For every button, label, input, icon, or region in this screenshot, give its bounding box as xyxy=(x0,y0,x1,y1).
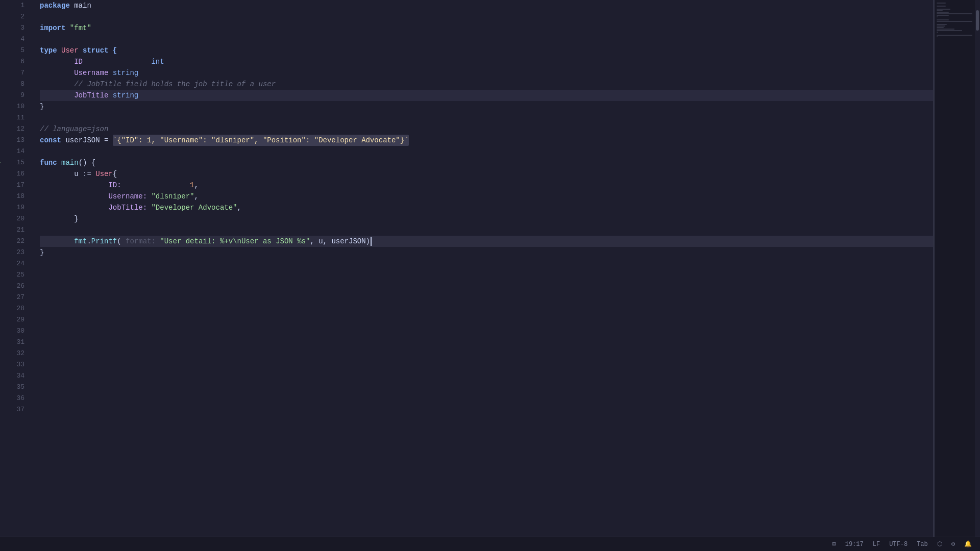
code-line-24 xyxy=(40,258,933,269)
line-number-34: 34 xyxy=(4,370,24,382)
code-line-36 xyxy=(40,393,933,404)
line-number-25: 25 xyxy=(4,269,24,281)
token: . xyxy=(87,236,91,247)
code-line-23: } xyxy=(40,247,933,258)
line-number-7: 7 xyxy=(4,67,24,79)
token: := xyxy=(79,168,96,180)
line-number-6: 6 xyxy=(4,56,24,67)
token: ID: xyxy=(108,180,121,191)
fold-indicator-16[interactable]: ⌄ xyxy=(30,170,31,178)
token xyxy=(40,168,74,180)
line-number-24: 24 xyxy=(4,258,24,269)
minimap-content xyxy=(935,0,975,61)
token: } xyxy=(40,101,44,112)
token: , u, xyxy=(310,236,331,247)
line-number-1: 1 xyxy=(4,0,24,11)
code-line-22: fmt.Printf( format: "User detail: %+v\nU… xyxy=(40,236,933,247)
scrollbar-thumb[interactable] xyxy=(976,10,979,31)
editor-area: 1234567891011121314▶15161718192021222324… xyxy=(0,0,980,537)
minimap-line xyxy=(937,13,972,14)
minimap-line xyxy=(937,32,938,33)
token: type xyxy=(40,45,57,56)
line-number-5: 5 xyxy=(4,45,24,56)
token xyxy=(65,22,69,34)
token: string xyxy=(113,67,138,79)
encoding: UTF-8 xyxy=(889,541,908,548)
token: format: xyxy=(126,236,156,247)
line-number-31: 31 xyxy=(4,337,24,348)
fold-indicator-5[interactable]: ⌄ xyxy=(30,47,31,54)
line-number-20: 20 xyxy=(4,213,24,224)
line-number-2: 2 xyxy=(4,11,24,22)
code-editor[interactable]: package mainimport "fmt"⌄type User struc… xyxy=(30,0,933,537)
status-bar: ⊞ 19:17 LF UTF-8 Tab ⬡ ⚙ 🔔 xyxy=(0,537,980,551)
minimap-line xyxy=(937,19,949,20)
token xyxy=(40,67,74,79)
code-line-31 xyxy=(40,337,933,348)
code-line-28 xyxy=(40,303,933,314)
token: ( xyxy=(117,236,126,247)
status-settings[interactable]: ⚙ xyxy=(951,540,955,548)
line-number-11: 11 xyxy=(4,112,24,123)
status-position[interactable]: 19:17 xyxy=(845,541,864,548)
token xyxy=(108,90,112,101)
token: Printf xyxy=(91,236,117,247)
layout-icon: ⊞ xyxy=(832,540,836,548)
line-number-22: 22 xyxy=(4,236,24,247)
minimap-line xyxy=(937,3,946,4)
token xyxy=(156,236,160,247)
line-ending: LF xyxy=(873,541,880,548)
token: "fmt" xyxy=(70,22,91,34)
token: () { xyxy=(79,157,96,168)
minimap-line xyxy=(937,10,943,11)
code-line-27 xyxy=(40,292,933,303)
token: fmt xyxy=(74,236,87,247)
minimap-line xyxy=(937,6,946,7)
fold-close-10[interactable] xyxy=(30,103,31,110)
status-indentation[interactable]: Tab xyxy=(917,541,928,548)
code-line-14 xyxy=(40,146,933,157)
token: string xyxy=(113,90,138,101)
run-indicator[interactable]: ▶ xyxy=(0,157,1,168)
minimap-line xyxy=(937,27,944,28)
code-line-13: const userJSON = `{"ID": 1, "Username": … xyxy=(40,135,933,146)
token: Username xyxy=(74,67,108,79)
code-line-6: ID int xyxy=(40,56,933,67)
token: JobTitle xyxy=(74,90,108,101)
code-line-4 xyxy=(40,34,933,45)
minimap-line xyxy=(937,30,962,31)
line-number-35: 35 xyxy=(4,382,24,393)
scrollbar[interactable] xyxy=(975,0,980,537)
fold-close-20[interactable] xyxy=(30,215,31,222)
token: package xyxy=(40,0,70,11)
token: = xyxy=(100,135,113,146)
code-line-10: } xyxy=(40,101,933,112)
token xyxy=(61,135,65,146)
line-number-21: 21 xyxy=(4,224,24,236)
line-number-3: 3 xyxy=(4,22,24,34)
code-line-33 xyxy=(40,359,933,370)
code-line-35 xyxy=(40,382,933,393)
line-number-4: 4 xyxy=(4,34,24,45)
status-layout[interactable]: ⊞ xyxy=(832,540,836,548)
minimap-line xyxy=(937,24,947,25)
line-number-15: ▶15 xyxy=(4,157,24,168)
status-notifications[interactable]: 🔔 xyxy=(964,540,972,548)
minimap-line xyxy=(937,15,949,16)
fold-indicator-15[interactable]: ⌄ xyxy=(30,159,31,166)
code-line-11 xyxy=(40,112,933,123)
code-line-34 xyxy=(40,370,933,382)
status-line-ending[interactable]: LF xyxy=(873,541,880,548)
token xyxy=(147,202,151,213)
fold-close-23[interactable] xyxy=(30,249,31,256)
status-encoding[interactable]: UTF-8 xyxy=(889,541,908,548)
token: { xyxy=(113,168,117,180)
token xyxy=(57,45,61,56)
token: // JobTitle field holds the job title of… xyxy=(74,79,276,90)
line-number-9: 9 xyxy=(4,90,24,101)
token: u xyxy=(74,168,78,180)
code-line-1: package main xyxy=(40,0,933,11)
code-line-25 xyxy=(40,269,933,281)
status-save[interactable]: ⬡ xyxy=(937,540,942,548)
code-line-17: ID: 1, xyxy=(40,180,933,191)
